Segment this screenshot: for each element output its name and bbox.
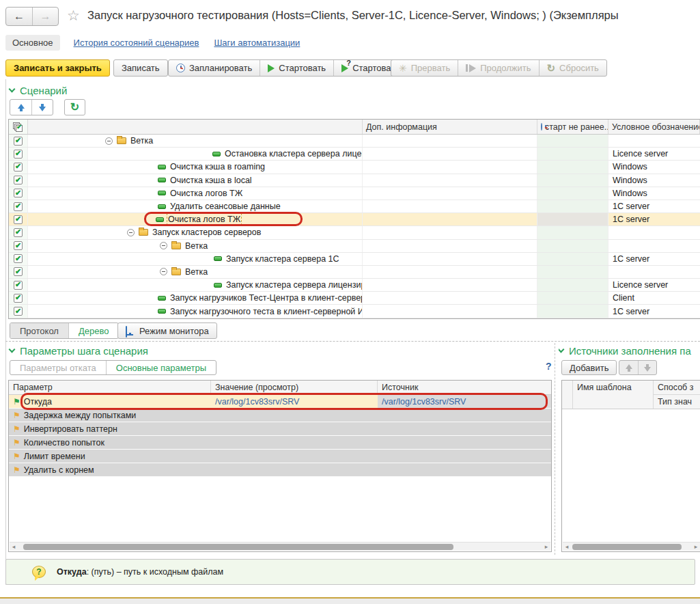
param-value-cell[interactable]	[211, 450, 378, 463]
refresh-button[interactable]: ↻	[64, 99, 85, 115]
row-checkbox[interactable]: ✔	[14, 228, 23, 237]
row-step-cell: Ветка	[28, 135, 363, 147]
sources-section-header[interactable]: Источники заполнения па	[559, 345, 700, 357]
scenario-row[interactable]: ✔Запуск кластера сервера лицензированияL…	[9, 279, 700, 292]
forward-icon[interactable]: →	[32, 8, 58, 25]
start-button[interactable]: Стартовать	[260, 60, 333, 76]
start-cell	[537, 187, 608, 200]
reset-button[interactable]: ↻ Сбросить	[539, 60, 606, 76]
chevron-down-icon	[9, 346, 16, 353]
scenario-row[interactable]: ✔Запуск кластера сервера 1С1C server	[9, 253, 700, 266]
expander-icon[interactable]	[127, 229, 135, 236]
row-checkbox[interactable]: ✔	[14, 281, 23, 290]
back-icon[interactable]: ←	[6, 8, 32, 25]
row-checkbox[interactable]: ✔	[14, 137, 23, 146]
hint-text: Откуда: (путь) – путь к исходным файлам	[57, 567, 223, 577]
scenario-row[interactable]: ✔Запуск нагрузчиков Тест-Центра в клиент…	[9, 292, 700, 305]
tab-state-history[interactable]: История состояний сценариев	[74, 38, 199, 48]
add-source-button[interactable]: Добавить	[561, 360, 617, 375]
continue-button[interactable]: Продолжить	[458, 60, 538, 76]
scenario-section-header[interactable]: Сценарий	[10, 85, 67, 96]
param-value-cell[interactable]	[211, 409, 378, 422]
scroll-left-icon[interactable]: ◂	[563, 543, 571, 551]
row-checkbox[interactable]: ✔	[14, 215, 23, 224]
param-row[interactable]: ⚑Количество попыток	[9, 436, 551, 450]
scenario-row[interactable]: ✔Очистка кэша в localWindows	[9, 174, 700, 187]
scenario-row[interactable]: ✔Очистка логов ТЖ1C server	[9, 213, 700, 226]
param-value[interactable]: /var/log/1cv83srv/SRV	[215, 397, 299, 407]
source-move-up-button[interactable]	[619, 361, 638, 374]
schedule-button[interactable]: Запланировать	[169, 60, 260, 76]
scenario-table-body: ✔Ветка✔Остановка кластера сервера лиценз…	[9, 135, 700, 318]
param-value-cell[interactable]	[211, 436, 378, 449]
param-row[interactable]: ⚑Удалить с корнем	[9, 463, 551, 477]
scenario-row[interactable]: ✔Запуск нагрузочного теста в клиент-серв…	[9, 305, 700, 318]
row-checkbox[interactable]: ✔	[14, 307, 23, 316]
rollback-params-tab[interactable]: Параметры отката	[10, 361, 106, 374]
interrupt-button[interactable]: ✳ Прервать	[391, 60, 458, 76]
move-up-button[interactable]	[10, 100, 31, 115]
scenario-row[interactable]: ✔Удалить сеансовые данные1C server	[9, 200, 700, 213]
save-button[interactable]: Записать	[113, 59, 168, 77]
row-checkbox[interactable]: ✔	[14, 294, 23, 303]
column-value[interactable]: Значение (просмотр)	[211, 381, 378, 394]
params-hscrollbar[interactable]: ◂ ▸	[10, 542, 550, 551]
column-source[interactable]: Источник	[378, 381, 551, 394]
select-all-header[interactable]: ✔	[9, 120, 28, 134]
tree-button[interactable]: Дерево	[68, 323, 118, 338]
scenario-row[interactable]: ✔Ветка	[9, 135, 700, 148]
param-value-cell[interactable]: /var/log/1cv83srv/SRV	[211, 395, 378, 408]
expander-icon[interactable]	[105, 137, 113, 145]
param-row[interactable]: ⚑Откуда/var/log/1cv83srv/SRV/var/log/1cv…	[9, 395, 551, 409]
column-info[interactable]: Доп. информация	[363, 120, 537, 134]
row-checkbox[interactable]: ✔	[14, 254, 23, 263]
scenario-row[interactable]: ✔Ветка	[9, 240, 700, 253]
param-row[interactable]: ⚑Инвертировать паттерн	[9, 422, 551, 436]
row-checkbox[interactable]: ✔	[14, 163, 23, 171]
param-value-cell[interactable]	[211, 463, 378, 476]
save-close-button[interactable]: Записать и закрыть	[5, 59, 110, 77]
scenario-row[interactable]: ✔Очистка кэша в roamingWindows	[9, 161, 700, 174]
row-checkbox[interactable]: ✔	[14, 189, 23, 197]
scroll-thumb[interactable]	[572, 544, 682, 550]
help-link[interactable]: ?	[546, 361, 552, 372]
expander-icon[interactable]	[160, 242, 167, 249]
scenario-row[interactable]: ✔Ветка	[9, 266, 700, 279]
monitor-mode-button[interactable]: Режим монитора	[117, 322, 217, 339]
param-value-cell[interactable]	[211, 422, 378, 435]
main-params-tab[interactable]: Основные параметры	[106, 361, 216, 374]
scenario-row[interactable]: ✔Запуск кластеров серверов	[9, 226, 700, 239]
scroll-right-icon[interactable]: ▸	[692, 543, 700, 551]
param-row[interactable]: ⚑Лимит времени	[9, 450, 551, 463]
column-template-name[interactable]: Имя шаблона	[573, 381, 654, 409]
row-checkbox[interactable]: ✔	[14, 202, 23, 211]
scenario-row[interactable]: ✔Остановка кластера сервера лицензирован…	[9, 148, 700, 161]
sources-hscrollbar[interactable]: ◂ ▸	[563, 542, 700, 551]
expander-icon[interactable]	[160, 268, 167, 275]
row-checkbox[interactable]: ✔	[14, 267, 23, 276]
scroll-left-icon[interactable]: ◂	[10, 543, 18, 551]
column-parameter[interactable]: Параметр	[9, 381, 211, 394]
column-step[interactable]	[28, 120, 363, 134]
param-row[interactable]: ⚑Задержка между попытками	[9, 409, 551, 422]
step-params-section-header[interactable]: Параметры шага сценария	[10, 345, 148, 357]
panel-separator-vertical[interactable]	[555, 343, 555, 555]
column-start-not-earlier[interactable]: старт не ранее...	[537, 120, 608, 134]
protocol-button[interactable]: Протокол	[10, 323, 68, 338]
row-checkbox[interactable]: ✔	[14, 176, 23, 184]
params-table-body: ⚑Откуда/var/log/1cv83srv/SRV/var/log/1cv…	[9, 395, 551, 477]
tab-automation-steps[interactable]: Шаги автоматизации	[214, 38, 300, 48]
scroll-thumb[interactable]	[23, 544, 453, 550]
column-unit[interactable]: Условное обозначение ед	[608, 120, 700, 134]
favorite-star-icon[interactable]: ☆	[67, 8, 80, 24]
row-checkbox[interactable]: ✔	[14, 150, 23, 159]
scenario-row[interactable]: ✔Очистка логов ТЖWindows	[9, 187, 700, 200]
row-label: Очистка логов ТЖ	[170, 189, 242, 198]
tab-main[interactable]: Основное	[5, 35, 60, 51]
source-move-down-button[interactable]	[638, 361, 656, 374]
move-down-button[interactable]	[31, 100, 53, 115]
column-fill-method[interactable]: Способ з	[654, 381, 700, 394]
scroll-right-icon[interactable]: ▸	[542, 543, 550, 551]
row-checkbox[interactable]: ✔	[14, 241, 23, 250]
column-value-type[interactable]: Тип знач	[654, 394, 700, 409]
